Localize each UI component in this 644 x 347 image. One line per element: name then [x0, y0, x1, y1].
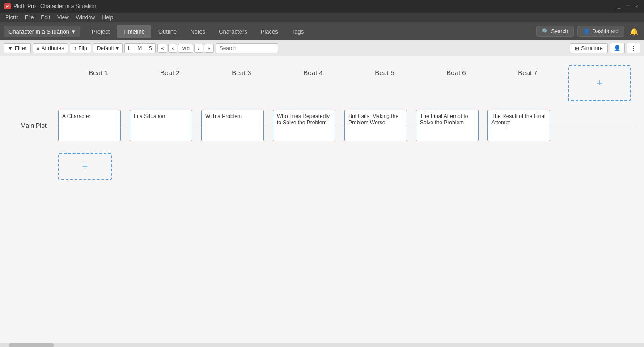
beat-headers: Beat 1 Beat 2 Beat 3 Beat 4 Beat 5 Beat … [63, 65, 635, 101]
flip-icon: ↕ [74, 45, 76, 51]
minimize-button[interactable]: _ [616, 4, 622, 9]
timeline-container: Beat 1 Beat 2 Beat 3 Beat 4 Beat 5 Beat … [9, 65, 635, 184]
add-plot-row: + [9, 153, 635, 180]
menu-edit[interactable]: Edit [37, 13, 54, 22]
beat-card-2[interactable]: In a Situation [130, 110, 192, 141]
structure-button[interactable]: ⊞ Structure [570, 43, 608, 53]
add-plot-plus-icon: + [82, 161, 88, 172]
flip-button[interactable]: ↕ Flip [70, 43, 91, 53]
menu-help[interactable]: Help [99, 13, 117, 22]
nav-mid-button[interactable]: Mid [178, 44, 193, 53]
filter-icon: ▼ [8, 45, 13, 51]
size-s-button[interactable]: S [145, 44, 155, 53]
tab-characters[interactable]: Characters [212, 25, 254, 38]
plot-label-main: Main Plot [9, 122, 54, 129]
add-plot-button[interactable]: + [58, 153, 112, 180]
attributes-button[interactable]: ≡ Attributes [33, 43, 68, 53]
beat-header-1: Beat 1 [63, 65, 134, 101]
more-button[interactable]: ⋮ [627, 43, 640, 53]
filter-button[interactable]: ▼ Filter [4, 43, 31, 53]
beat-header-7: Beat 7 [492, 65, 564, 101]
beat-header-5: Beat 5 [349, 65, 420, 101]
nav-bar: Character in a Situation ▾ Project Timel… [0, 22, 644, 40]
beat-header-6: Beat 6 [420, 65, 492, 101]
dashboard-button[interactable]: 👤 Dashboard [577, 26, 624, 37]
notifications-button[interactable]: 🔔 [628, 25, 640, 38]
dropdown-icon: ▾ [116, 45, 119, 51]
plot-row-main: Main Plot A Character In a Situation Wit… [9, 106, 635, 146]
nav-next-button[interactable]: › [194, 44, 203, 53]
add-beat-button[interactable]: + [568, 65, 631, 101]
title-text: Plottr Pro · Character in a Situation [13, 3, 616, 9]
search-label: Search [551, 28, 568, 34]
size-l-button[interactable]: L [125, 44, 135, 53]
add-beat-plus-icon: + [597, 77, 602, 89]
default-dropdown[interactable]: Default ▾ [93, 43, 123, 53]
project-dropdown[interactable]: Character in a Situation ▾ [4, 26, 80, 37]
tab-notes[interactable]: Notes [184, 25, 212, 38]
person-icon: 👤 [583, 28, 590, 34]
nav-right: 🔍 Search 👤 Dashboard 🔔 [536, 25, 640, 38]
toolbar: ▼ Filter ≡ Attributes ↕ Flip Default ▾ L… [0, 40, 644, 56]
toolbar-right: ⊞ Structure 👤 ⋮ [570, 43, 640, 53]
maximize-button[interactable]: □ [625, 4, 631, 9]
nav-prev-button[interactable]: ‹ [168, 44, 177, 53]
dropdown-arrow-icon: ▾ [72, 28, 75, 35]
beat-card-3[interactable]: With a Problem [201, 110, 264, 141]
timeline-search-input[interactable] [216, 43, 278, 53]
size-group: L M S [124, 43, 156, 53]
search-icon: 🔍 [542, 28, 549, 34]
nav-tabs: Project Timeline Outline Notes Character… [85, 25, 536, 38]
add-beat-header[interactable]: + [564, 65, 635, 101]
tab-outline[interactable]: Outline [152, 25, 183, 38]
beat-header-2: Beat 2 [134, 65, 206, 101]
plot-line-main: A Character In a Situation With a Proble… [54, 110, 635, 141]
menu-window[interactable]: Window [72, 13, 99, 22]
beat-card-7[interactable]: The Result of the Final Attempt [487, 110, 550, 141]
tab-places[interactable]: Places [254, 25, 284, 38]
size-m-button[interactable]: M [134, 44, 145, 53]
tab-tags[interactable]: Tags [285, 25, 310, 38]
menu-plottr[interactable]: Plottr [2, 13, 21, 22]
timeline-area[interactable]: Beat 1 Beat 2 Beat 3 Beat 4 Beat 5 Beat … [0, 56, 644, 347]
menu-view[interactable]: View [54, 13, 72, 22]
nav-last-button[interactable]: » [204, 44, 214, 53]
window-controls: _ □ × [616, 4, 640, 9]
person-icon-button[interactable]: 👤 [610, 43, 625, 53]
beat-card-4[interactable]: Who Tries Repeatedly to Solve the Proble… [273, 110, 335, 141]
tab-timeline[interactable]: Timeline [117, 25, 151, 38]
beat-card-5[interactable]: But Fails, Making the Problem Worse [344, 110, 407, 141]
app-icon: P [4, 3, 11, 9]
beat-header-3: Beat 3 [206, 65, 277, 101]
close-button[interactable]: × [634, 4, 640, 9]
tab-project[interactable]: Project [85, 25, 116, 38]
nav-arrows: « ‹ Mid › » [157, 44, 213, 53]
menu-bar: Plottr File Edit View Window Help [0, 13, 644, 22]
scrollbar-bottom[interactable] [0, 343, 644, 347]
menu-file[interactable]: File [21, 13, 37, 22]
dashboard-label: Dashboard [592, 28, 619, 34]
title-bar: P Plottr Pro · Character in a Situation … [0, 0, 644, 13]
structure-icon: ⊞ [575, 45, 579, 51]
beat-card-1[interactable]: A Character [58, 110, 121, 141]
nav-first-button[interactable]: « [157, 44, 167, 53]
beat-card-6[interactable]: The Final Attempt to Solve the Problem [416, 110, 479, 141]
attributes-icon: ≡ [37, 45, 40, 51]
search-button[interactable]: 🔍 Search [536, 26, 574, 37]
beat-header-4: Beat 4 [277, 65, 349, 101]
project-name-label: Character in a Situation [8, 28, 69, 35]
main-content: Beat 1 Beat 2 Beat 3 Beat 4 Beat 5 Beat … [0, 56, 644, 347]
